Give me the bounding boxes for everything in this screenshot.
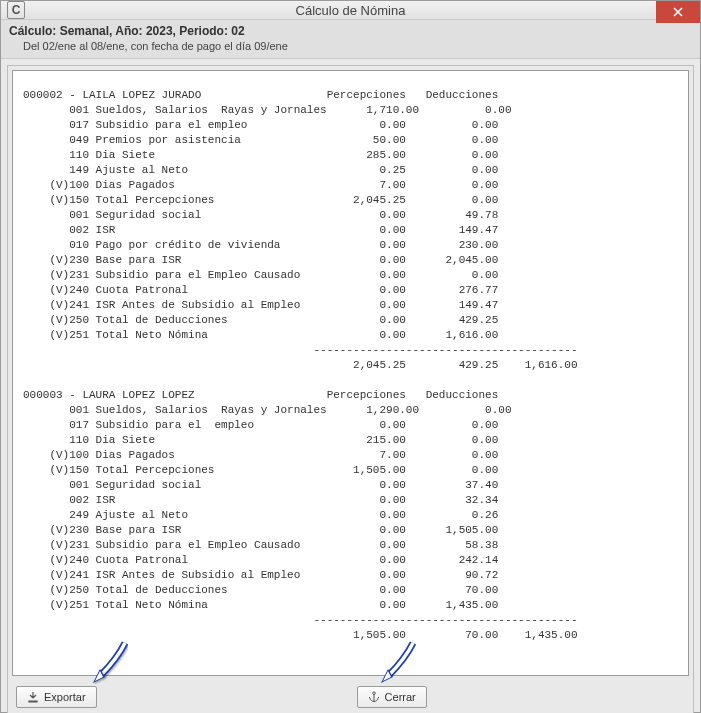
svg-point-0	[372, 692, 375, 695]
calc-dates: Del 02/ene al 08/ene, con fecha de pago …	[9, 40, 692, 52]
export-icon	[27, 691, 39, 703]
titlebar: C Cálculo de Nómina	[1, 1, 700, 20]
report-scroll-area[interactable]: 000002 - LAILA LOPEZ JURADO Percepciones…	[12, 70, 689, 676]
button-row: Exportar Cerrar	[8, 680, 693, 713]
payroll-report-text: 000002 - LAILA LOPEZ JURADO Percepciones…	[13, 82, 688, 664]
close-button[interactable]: Cerrar	[357, 686, 427, 708]
export-button-label: Exportar	[44, 691, 86, 703]
export-button[interactable]: Exportar	[16, 686, 97, 708]
payroll-window: C Cálculo de Nómina Cálculo: Semanal, Añ…	[0, 0, 701, 713]
subheader: Cálculo: Semanal, Año: 2023, Periodo: 02…	[1, 20, 700, 59]
window-title: Cálculo de Nómina	[1, 3, 700, 18]
calc-summary: Cálculo: Semanal, Año: 2023, Periodo: 02	[9, 24, 692, 38]
window-close-button[interactable]	[656, 1, 700, 23]
app-icon: C	[7, 1, 25, 19]
content-panel: 000002 - LAILA LOPEZ JURADO Percepciones…	[7, 65, 694, 713]
close-icon	[673, 7, 683, 17]
anchor-icon	[368, 691, 380, 703]
close-button-label: Cerrar	[385, 691, 416, 703]
